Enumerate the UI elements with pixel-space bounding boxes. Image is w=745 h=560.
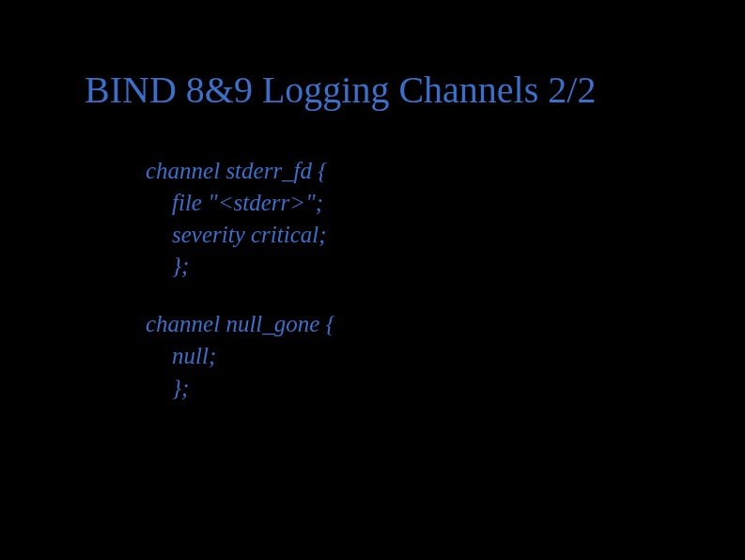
slide-title: BIND 8&9 Logging Channels 2/2 (85, 68, 689, 112)
slide: BIND 8&9 Logging Channels 2/2 channel st… (0, 0, 745, 560)
code-line: file "<stderr>"; (146, 187, 335, 219)
code-block: channel stderr_fd { file "<stderr>"; sev… (146, 155, 335, 282)
code-line: }; (146, 372, 335, 404)
code-block: channel null_gone { null; }; (146, 308, 335, 403)
code-line: severity critical; (146, 219, 335, 251)
code-line: null; (146, 340, 335, 372)
code-line: }; (146, 250, 335, 282)
code-line: channel stderr_fd { (146, 155, 335, 187)
slide-body: channel stderr_fd { file "<stderr>"; sev… (146, 155, 335, 429)
code-line: channel null_gone { (146, 308, 335, 340)
